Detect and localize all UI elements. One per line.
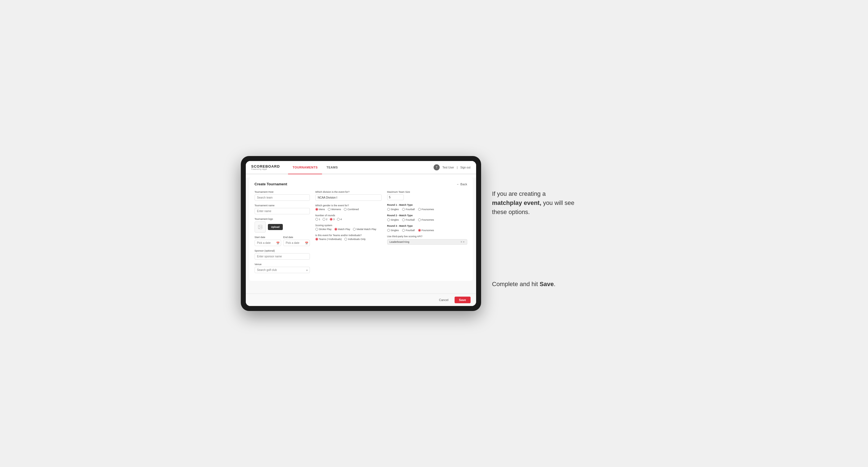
round1-fourball-radio[interactable] [402, 208, 405, 211]
main-content: Create Tournament ← Back Tournament Host [246, 178, 476, 293]
round2-foursomes-radio[interactable] [418, 218, 421, 221]
round-4-radio[interactable] [337, 218, 340, 221]
round1-singles-radio[interactable] [387, 208, 390, 211]
form-header: Create Tournament ← Back [255, 182, 467, 186]
right-column: Maximum Team Size Round 1 - Match Type S… [387, 191, 467, 276]
sponsor-field: Sponsor (optional) [255, 249, 310, 259]
end-date-label: End date [283, 236, 310, 239]
sponsor-input[interactable] [255, 253, 310, 259]
start-date-wrap: 📅 [255, 240, 281, 246]
max-team-size-input[interactable] [387, 194, 404, 200]
venue-input[interactable] [255, 267, 310, 273]
round2-singles-radio[interactable] [387, 218, 390, 221]
sign-out-link[interactable]: Sign out [460, 166, 471, 169]
individuals-option[interactable]: Individuals Only [344, 238, 366, 241]
round-4-option[interactable]: 4 [337, 218, 342, 221]
round3-singles-radio[interactable] [387, 229, 390, 232]
pipe: | [457, 166, 458, 169]
user-name: Test User [442, 166, 454, 169]
gender-combined-radio[interactable] [344, 208, 347, 211]
api-tag: Leaderboard King ✕ ▾ [387, 239, 467, 245]
gender-label: Which gender is the event for? [315, 204, 382, 207]
api-label: Use third-party live scoring API? [387, 235, 467, 238]
venue-label: Venue [255, 263, 310, 266]
rounds-radio-group: 1 2 3 [315, 218, 382, 221]
round-2-option[interactable]: 2 [322, 218, 328, 221]
gender-mens-label: Mens [319, 208, 325, 211]
round3-singles-option[interactable]: Singles [387, 229, 399, 232]
back-button[interactable]: ← Back [457, 183, 467, 186]
round2-singles-option[interactable]: Singles [387, 218, 399, 221]
avatar: T [434, 164, 440, 170]
max-team-size-label: Maximum Team Size [387, 191, 467, 193]
gender-mens-radio[interactable] [315, 208, 318, 211]
round2-fourball-label: Fourball [406, 218, 415, 221]
venue-select-wrap [255, 267, 310, 273]
round1-foursomes-radio[interactable] [418, 208, 421, 211]
svg-point-1 [259, 226, 259, 226]
tab-tournaments[interactable]: TOURNAMENTS [288, 161, 322, 174]
api-value: Leaderboard King [390, 241, 409, 243]
scoring-medal-option[interactable]: Medal Match Play [353, 228, 376, 230]
scoring-field: Scoring system Stroke Play Match Play [315, 224, 382, 230]
round3-match-type-row: Singles Fourball Foursomes [387, 229, 467, 232]
tournament-host-input[interactable] [255, 194, 310, 201]
round3-fourball-option[interactable]: Fourball [402, 229, 415, 232]
round1-singles-option[interactable]: Singles [387, 208, 399, 211]
individuals-radio[interactable] [344, 238, 347, 241]
teams-radio[interactable] [315, 238, 318, 241]
round1-foursomes-option[interactable]: Foursomes [418, 208, 434, 211]
round3-singles-label: Singles [391, 229, 399, 232]
logo-placeholder [255, 221, 266, 232]
teams-option[interactable]: Teams (+Individuals) [315, 238, 342, 241]
tablet-screen: SCOREBOARD Powered by clippit TOURNAMENT… [246, 161, 476, 306]
round3-foursomes-option[interactable]: Foursomes [418, 229, 434, 232]
scoring-medal-radio[interactable] [353, 228, 356, 230]
tournament-name-input[interactable] [255, 208, 310, 214]
round-2-label: 2 [326, 218, 328, 221]
round-1-radio[interactable] [315, 218, 318, 221]
annotation-top: If you are creating a matchplay event, y… [492, 173, 627, 219]
round-3-radio[interactable] [330, 218, 333, 221]
tablet-device: SCOREBOARD Powered by clippit TOURNAMENT… [241, 156, 481, 311]
scoring-match-radio[interactable] [335, 228, 337, 230]
division-label: Which division is the event for? [315, 191, 382, 193]
form-footer: Cancel Save [246, 293, 476, 306]
gender-womens-radio[interactable] [328, 208, 331, 211]
scoring-match-label: Match Play [338, 228, 350, 230]
round3-match-field: Round 3 - Match Type Singles Fourball [387, 224, 467, 232]
save-button[interactable]: Save [455, 297, 471, 303]
tournament-host-field: Tournament Host [255, 191, 310, 201]
gender-field: Which gender is the event for? Mens Wome… [315, 204, 382, 211]
round-1-option[interactable]: 1 [315, 218, 320, 221]
round2-foursomes-option[interactable]: Foursomes [418, 218, 434, 221]
scoring-radio-group: Stroke Play Match Play Medal Match Play [315, 228, 382, 230]
tournament-logo-field: Tournament logo [255, 218, 310, 232]
round3-foursomes-radio[interactable] [418, 229, 421, 232]
page-title: Create Tournament [255, 182, 287, 186]
gender-combined-option[interactable]: Combined [344, 208, 359, 211]
middle-column: Which division is the event for? NCAA Di… [315, 191, 382, 276]
round3-fourball-radio[interactable] [402, 229, 405, 232]
scoring-match-option[interactable]: Match Play [335, 228, 350, 230]
navbar: SCOREBOARD Powered by clippit TOURNAMENT… [246, 161, 476, 174]
round-3-label: 3 [333, 218, 335, 221]
tab-teams[interactable]: TEAMS [322, 161, 342, 174]
round1-fourball-option[interactable]: Fourball [402, 208, 415, 211]
gender-womens-option[interactable]: Womens [328, 208, 341, 211]
brand-logo: SCOREBOARD Powered by clippit [251, 165, 280, 170]
round-2-radio[interactable] [322, 218, 325, 221]
scoring-stroke-option[interactable]: Stroke Play [315, 228, 332, 230]
scoring-stroke-radio[interactable] [315, 228, 318, 230]
scoring-stroke-label: Stroke Play [319, 228, 332, 230]
cancel-button[interactable]: Cancel [436, 297, 452, 303]
upload-button[interactable]: Upload [268, 224, 283, 230]
round2-fourball-radio[interactable] [402, 218, 405, 221]
annotation-bottom: Complete and hit Save. [492, 269, 627, 289]
round2-fourball-option[interactable]: Fourball [402, 218, 415, 221]
division-select[interactable]: NCAA Division I NCAA Division II NCAA Di… [315, 194, 382, 201]
round-3-option[interactable]: 3 [330, 218, 335, 221]
form-container: Create Tournament ← Back Tournament Host [249, 178, 473, 281]
gender-mens-option[interactable]: Mens [315, 208, 325, 211]
api-remove-button[interactable]: ✕ ▾ [460, 241, 465, 243]
